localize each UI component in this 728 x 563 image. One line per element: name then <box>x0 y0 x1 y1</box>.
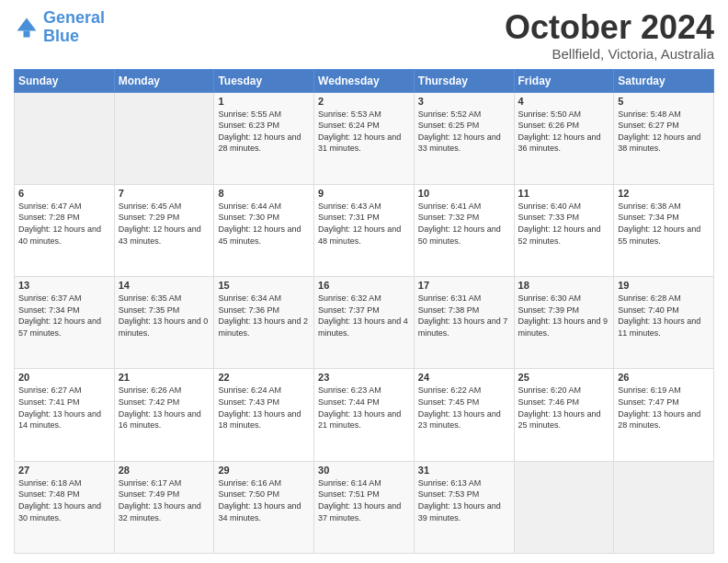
table-row: 7Sunrise: 6:45 AM Sunset: 7:29 PM Daylig… <box>114 184 214 276</box>
day-number: 31 <box>418 465 510 476</box>
day-info: Sunrise: 5:48 AM Sunset: 6:27 PM Dayligh… <box>618 109 710 155</box>
table-row: 31Sunrise: 6:13 AM Sunset: 7:53 PM Dayli… <box>414 461 514 553</box>
day-info: Sunrise: 6:41 AM Sunset: 7:32 PM Dayligh… <box>418 201 510 247</box>
logo: General Blue <box>14 9 105 46</box>
table-row: 11Sunrise: 6:40 AM Sunset: 7:33 PM Dayli… <box>514 184 614 276</box>
day-info: Sunrise: 6:22 AM Sunset: 7:45 PM Dayligh… <box>418 385 510 431</box>
table-row: 15Sunrise: 6:34 AM Sunset: 7:36 PM Dayli… <box>214 277 314 369</box>
day-number: 7 <box>119 188 210 199</box>
table-row: 5Sunrise: 5:48 AM Sunset: 6:27 PM Daylig… <box>614 92 714 184</box>
header-row: Sunday Monday Tuesday Wednesday Thursday… <box>15 69 714 92</box>
day-info: Sunrise: 5:52 AM Sunset: 6:25 PM Dayligh… <box>418 109 510 155</box>
day-number: 11 <box>518 188 610 199</box>
table-row: 8Sunrise: 6:44 AM Sunset: 7:30 PM Daylig… <box>214 184 314 276</box>
day-info: Sunrise: 5:50 AM Sunset: 6:26 PM Dayligh… <box>518 109 610 155</box>
table-row: 3Sunrise: 5:52 AM Sunset: 6:25 PM Daylig… <box>414 92 514 184</box>
table-row <box>514 461 614 553</box>
table-row: 22Sunrise: 6:24 AM Sunset: 7:43 PM Dayli… <box>214 369 314 461</box>
day-info: Sunrise: 6:26 AM Sunset: 7:42 PM Dayligh… <box>119 385 210 431</box>
day-info: Sunrise: 6:34 AM Sunset: 7:36 PM Dayligh… <box>218 293 310 339</box>
table-row: 19Sunrise: 6:28 AM Sunset: 7:40 PM Dayli… <box>614 277 714 369</box>
day-number: 22 <box>218 372 310 383</box>
day-number: 30 <box>318 465 410 476</box>
table-row: 1Sunrise: 5:55 AM Sunset: 6:23 PM Daylig… <box>214 92 314 184</box>
logo-icon <box>14 15 40 40</box>
subtitle: Bellfield, Victoria, Australia <box>505 46 714 62</box>
day-number: 17 <box>418 280 510 291</box>
table-row: 13Sunrise: 6:37 AM Sunset: 7:34 PM Dayli… <box>15 277 115 369</box>
day-number: 29 <box>218 465 310 476</box>
day-info: Sunrise: 6:43 AM Sunset: 7:31 PM Dayligh… <box>318 201 410 247</box>
col-tuesday: Tuesday <box>214 69 314 92</box>
table-row: 30Sunrise: 6:14 AM Sunset: 7:51 PM Dayli… <box>314 461 415 553</box>
day-info: Sunrise: 6:38 AM Sunset: 7:34 PM Dayligh… <box>618 201 710 247</box>
day-number: 8 <box>218 188 310 199</box>
day-info: Sunrise: 6:45 AM Sunset: 7:29 PM Dayligh… <box>119 201 210 247</box>
day-number: 16 <box>318 280 410 291</box>
col-monday: Monday <box>114 69 214 92</box>
day-number: 13 <box>18 280 110 291</box>
day-info: Sunrise: 6:16 AM Sunset: 7:50 PM Dayligh… <box>218 477 310 523</box>
day-info: Sunrise: 6:20 AM Sunset: 7:46 PM Dayligh… <box>518 385 610 431</box>
table-row <box>614 461 714 553</box>
table-row: 6Sunrise: 6:47 AM Sunset: 7:28 PM Daylig… <box>15 184 115 276</box>
day-info: Sunrise: 6:47 AM Sunset: 7:28 PM Dayligh… <box>18 201 110 247</box>
table-row: 16Sunrise: 6:32 AM Sunset: 7:37 PM Dayli… <box>314 277 415 369</box>
svg-marker-0 <box>17 17 37 30</box>
table-row: 20Sunrise: 6:27 AM Sunset: 7:41 PM Dayli… <box>15 369 115 461</box>
table-row: 2Sunrise: 5:53 AM Sunset: 6:24 PM Daylig… <box>314 92 415 184</box>
day-number: 2 <box>318 96 410 107</box>
table-row: 27Sunrise: 6:18 AM Sunset: 7:48 PM Dayli… <box>15 461 115 553</box>
day-info: Sunrise: 6:24 AM Sunset: 7:43 PM Dayligh… <box>218 385 310 431</box>
day-info: Sunrise: 6:28 AM Sunset: 7:40 PM Dayligh… <box>618 293 710 339</box>
table-row <box>15 92 115 184</box>
day-number: 14 <box>119 280 210 291</box>
day-info: Sunrise: 6:37 AM Sunset: 7:34 PM Dayligh… <box>18 293 110 339</box>
day-info: Sunrise: 6:40 AM Sunset: 7:33 PM Dayligh… <box>518 201 610 247</box>
day-info: Sunrise: 6:23 AM Sunset: 7:44 PM Dayligh… <box>318 385 410 431</box>
day-number: 27 <box>18 465 110 476</box>
day-info: Sunrise: 6:32 AM Sunset: 7:37 PM Dayligh… <box>318 293 410 339</box>
day-number: 21 <box>119 372 210 383</box>
table-row: 26Sunrise: 6:19 AM Sunset: 7:47 PM Dayli… <box>614 369 714 461</box>
day-info: Sunrise: 6:35 AM Sunset: 7:35 PM Dayligh… <box>119 293 210 339</box>
header: General Blue October 2024 Bellfield, Vic… <box>14 9 714 62</box>
day-info: Sunrise: 6:27 AM Sunset: 7:41 PM Dayligh… <box>18 385 110 431</box>
table-row: 12Sunrise: 6:38 AM Sunset: 7:34 PM Dayli… <box>614 184 714 276</box>
day-info: Sunrise: 5:55 AM Sunset: 6:23 PM Dayligh… <box>218 109 310 155</box>
day-info: Sunrise: 6:14 AM Sunset: 7:51 PM Dayligh… <box>318 477 410 523</box>
col-thursday: Thursday <box>414 69 514 92</box>
day-number: 10 <box>418 188 510 199</box>
table-row: 10Sunrise: 6:41 AM Sunset: 7:32 PM Dayli… <box>414 184 514 276</box>
day-number: 23 <box>318 372 410 383</box>
table-row: 21Sunrise: 6:26 AM Sunset: 7:42 PM Dayli… <box>114 369 214 461</box>
table-row: 9Sunrise: 6:43 AM Sunset: 7:31 PM Daylig… <box>314 184 415 276</box>
table-row: 4Sunrise: 5:50 AM Sunset: 6:26 PM Daylig… <box>514 92 614 184</box>
title-block: October 2024 Bellfield, Victoria, Austra… <box>505 9 714 62</box>
day-info: Sunrise: 6:17 AM Sunset: 7:49 PM Dayligh… <box>119 477 210 523</box>
col-saturday: Saturday <box>614 69 714 92</box>
calendar-week-4: 27Sunrise: 6:18 AM Sunset: 7:48 PM Dayli… <box>15 461 714 553</box>
calendar-week-3: 20Sunrise: 6:27 AM Sunset: 7:41 PM Dayli… <box>15 369 714 461</box>
day-number: 3 <box>418 96 510 107</box>
day-number: 20 <box>18 372 110 383</box>
table-row <box>114 92 214 184</box>
table-row: 17Sunrise: 6:31 AM Sunset: 7:38 PM Dayli… <box>414 277 514 369</box>
calendar-week-0: 1Sunrise: 5:55 AM Sunset: 6:23 PM Daylig… <box>15 92 714 184</box>
svg-rect-1 <box>24 30 30 37</box>
day-number: 19 <box>618 280 710 291</box>
day-number: 9 <box>318 188 410 199</box>
col-sunday: Sunday <box>15 69 115 92</box>
day-info: Sunrise: 6:30 AM Sunset: 7:39 PM Dayligh… <box>518 293 610 339</box>
day-number: 24 <box>418 372 510 383</box>
day-number: 15 <box>218 280 310 291</box>
day-number: 26 <box>618 372 710 383</box>
day-info: Sunrise: 6:44 AM Sunset: 7:30 PM Dayligh… <box>218 201 310 247</box>
table-row: 24Sunrise: 6:22 AM Sunset: 7:45 PM Dayli… <box>414 369 514 461</box>
day-info: Sunrise: 6:31 AM Sunset: 7:38 PM Dayligh… <box>418 293 510 339</box>
calendar-week-2: 13Sunrise: 6:37 AM Sunset: 7:34 PM Dayli… <box>15 277 714 369</box>
calendar-week-1: 6Sunrise: 6:47 AM Sunset: 7:28 PM Daylig… <box>15 184 714 276</box>
table-row: 14Sunrise: 6:35 AM Sunset: 7:35 PM Dayli… <box>114 277 214 369</box>
table-row: 29Sunrise: 6:16 AM Sunset: 7:50 PM Dayli… <box>214 461 314 553</box>
logo-text: General Blue <box>43 9 105 46</box>
